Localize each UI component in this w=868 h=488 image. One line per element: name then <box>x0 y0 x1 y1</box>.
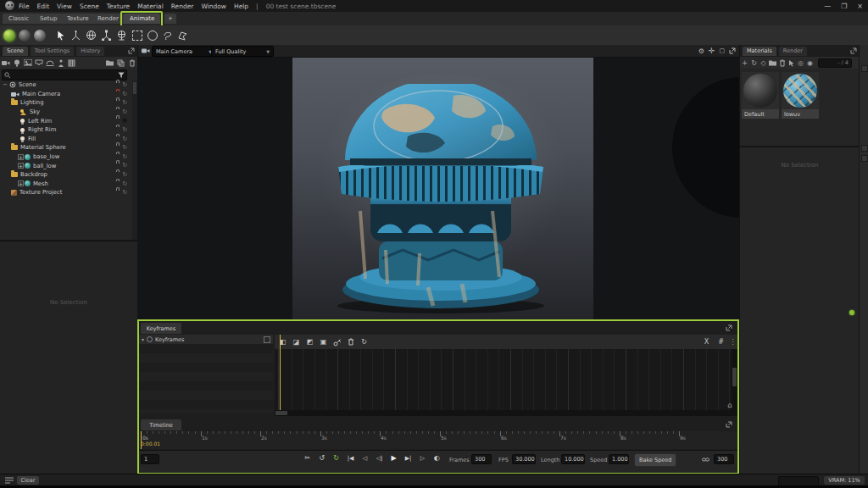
keyframes-root-row[interactable]: ▾ Keyframes <box>139 335 273 344</box>
viewport-frame-icon[interactable]: ▢ <box>719 47 725 54</box>
duplicate-icon[interactable] <box>115 58 126 68</box>
minimize-button[interactable]: — <box>824 3 831 10</box>
menu-file[interactable]: File <box>19 3 30 10</box>
sync-icon[interactable]: ↻ <box>122 90 127 99</box>
timeline-ruler[interactable]: 0s 0:00.01 1s 2s 3s 4s 5s 6s 7s 8s 9s <box>139 431 737 449</box>
panel-splitter[interactable] <box>740 146 860 147</box>
sync-icon[interactable]: ↻ <box>122 188 127 197</box>
key-icon-2[interactable]: ◪ <box>291 337 302 347</box>
tab-keyframes[interactable]: Keyframes <box>141 323 181 334</box>
restore-button[interactable]: ❐ <box>841 3 847 10</box>
tree-row-material-sphere[interactable]: Material Sphere ↻ <box>0 143 132 152</box>
material-swatch-lowuv[interactable] <box>782 72 819 109</box>
material-folder-icon[interactable] <box>768 58 777 68</box>
select-tool-icon[interactable] <box>54 29 67 42</box>
add-light-icon[interactable] <box>11 58 22 68</box>
refresh-material-icon[interactable]: ↻ <box>749 58 759 68</box>
bake-speed-button[interactable]: Bake Speed <box>634 453 676 467</box>
viewport-pan-icon[interactable]: ✛ <box>709 47 715 55</box>
tree-scrollbar[interactable] <box>132 80 137 240</box>
console-icon[interactable] <box>5 477 14 484</box>
add-tab-button[interactable]: + <box>164 14 176 24</box>
menu-view[interactable]: View <box>57 3 72 10</box>
tab-scene[interactable]: Scene <box>3 47 28 56</box>
speed-field[interactable]: 1.000 <box>609 454 629 464</box>
lasso-select-tool-icon[interactable] <box>161 29 174 42</box>
tree-row-right-rim[interactable]: Right Rim ↻ <box>0 125 132 135</box>
sync-icon[interactable]: ↻ <box>122 161 127 170</box>
pivot-tool-icon[interactable] <box>115 29 128 42</box>
timeline-playhead[interactable] <box>141 431 142 449</box>
tree-row-sky[interactable]: Sky ↻ <box>0 108 132 117</box>
delete-icon[interactable] <box>126 58 137 68</box>
tab-timeline[interactable]: Timeline <box>141 419 181 430</box>
link-icon[interactable] <box>702 457 709 463</box>
sync-icon[interactable]: ↻ <box>122 98 127 108</box>
render-mode-sphere-active-icon[interactable] <box>3 30 15 42</box>
graph-mode-icon[interactable]: X <box>701 336 712 347</box>
tab-history[interactable]: History <box>76 47 104 56</box>
skip-start-icon[interactable]: |◀ <box>343 455 358 462</box>
add-shadow-icon[interactable] <box>44 58 55 68</box>
keyframes-grid[interactable] <box>275 349 737 410</box>
length-field[interactable]: 10.000 <box>561 454 585 464</box>
expander-plus-icon[interactable]: + <box>18 180 24 186</box>
material-nodes-icon[interactable]: ◇ <box>759 58 768 68</box>
tree-row-main-camera[interactable]: Main Camera ↻ <box>0 90 132 99</box>
cut-icon[interactable]: ✂ <box>300 454 314 462</box>
new-folder-icon[interactable] <box>104 58 115 68</box>
viewport[interactable]: Main Camera▼ Full Quality▼ ⚙ ✛ ▢ <box>138 45 739 319</box>
step-back-icon[interactable]: ◁| <box>372 455 387 462</box>
add-turntable-icon[interactable] <box>66 58 77 68</box>
translate-tool-icon[interactable] <box>70 29 82 42</box>
menu-window[interactable]: Window <box>201 3 226 10</box>
number-mode-icon[interactable]: # <box>715 336 726 347</box>
grip-icon[interactable] <box>264 336 270 343</box>
sync-icon[interactable]: ↻ <box>122 170 127 180</box>
sync-icon[interactable]: ↻ <box>122 125 127 135</box>
tab-tool-settings[interactable]: Tool Settings <box>31 47 74 56</box>
viewport-popout-icon[interactable] <box>729 47 736 54</box>
menu-render[interactable]: Render <box>171 3 194 10</box>
search-input[interactable] <box>2 69 127 80</box>
render-area[interactable] <box>138 57 739 319</box>
delete-key-icon[interactable] <box>345 337 356 347</box>
keyframes-playhead[interactable] <box>280 335 281 410</box>
sync-icon[interactable]: ↻ <box>122 108 127 117</box>
tab-materials[interactable]: Materials <box>743 47 776 56</box>
key-icon-4[interactable]: ▣ <box>318 337 329 347</box>
key-icon[interactable] <box>331 337 342 347</box>
sync-icon[interactable]: ↻ <box>122 180 127 189</box>
expander-icon[interactable]: ▾ <box>142 336 144 342</box>
material-name-default[interactable]: Default <box>742 109 779 119</box>
add-figure-icon[interactable] <box>55 58 66 68</box>
keyframes-vscrollbar[interactable] <box>732 349 737 410</box>
menu-scene[interactable]: Scene <box>80 3 99 10</box>
material-swatch-default[interactable] <box>742 72 779 109</box>
play-back-icon[interactable]: ◁ <box>358 455 372 462</box>
tab-setup[interactable]: Setup <box>34 14 63 24</box>
tab-render[interactable]: Render <box>92 14 125 24</box>
quality-select[interactable]: Full Quality▼ <box>211 46 274 57</box>
tree-row-fill[interactable]: Fill ↻ <box>0 135 132 144</box>
loop-back-icon[interactable]: ↺ <box>314 454 329 462</box>
marquee-select-tool-icon[interactable] <box>131 29 143 42</box>
visibility-off-icon[interactable]: ● <box>122 116 127 125</box>
add-sky-icon[interactable] <box>22 58 33 68</box>
tree-row-lighting[interactable]: Lighting ↻ <box>0 98 132 108</box>
expander-plus-icon[interactable]: + <box>18 163 24 169</box>
key-icon-3[interactable]: ◩ <box>304 337 315 347</box>
step-forward-icon[interactable]: ▶| <box>401 455 415 462</box>
play-icon[interactable]: ▶ <box>387 454 401 462</box>
tab-classic[interactable]: Classic <box>3 14 35 24</box>
tree-row-backdrop[interactable]: Backdrop ↻ <box>0 170 132 180</box>
material-name-lowuv[interactable]: lowuv <box>782 109 819 119</box>
menu-texture[interactable]: Texture <box>107 3 130 10</box>
material-check-icon[interactable]: ◎ <box>796 58 805 68</box>
polygon-select-tool-icon[interactable] <box>176 29 189 42</box>
sync-icon[interactable]: ↻ <box>122 80 127 90</box>
gutter-grip[interactable] <box>861 65 868 72</box>
material-apply-icon[interactable]: ◉ <box>805 58 815 68</box>
close-button[interactable]: × <box>857 3 863 10</box>
add-backdrop-icon[interactable] <box>33 58 44 68</box>
